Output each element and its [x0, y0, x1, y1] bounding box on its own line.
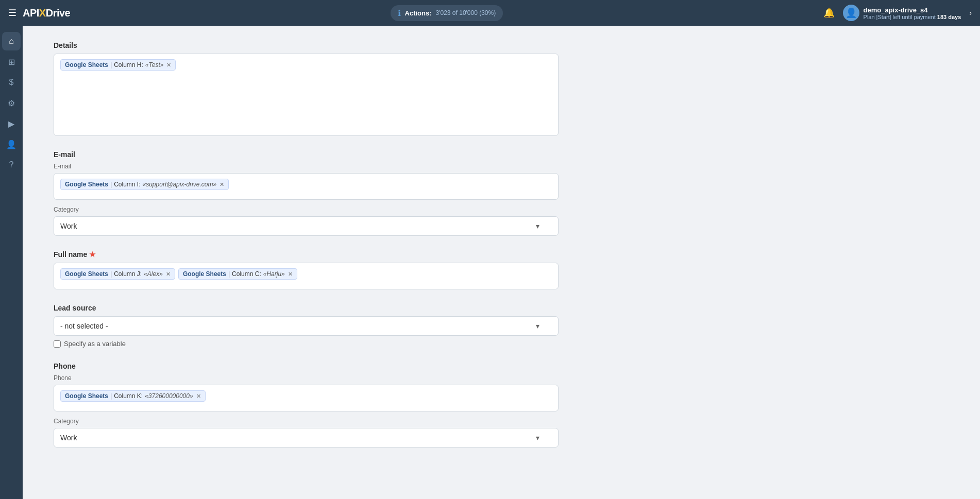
sidebar: ⌂ ⊞ $ ⚙ ▶ 👤 ?: [0, 26, 23, 499]
details-tag-input[interactable]: Google Sheets | Column H: «Test» ✕: [54, 54, 559, 136]
email-category-value: Work: [60, 222, 77, 230]
navbar-left: ☰ APIXDrive: [8, 7, 70, 19]
phone-tag-sep: |: [110, 392, 112, 400]
user-name: demo_apix-drive_s4: [864, 6, 961, 14]
lead-source-value: - not selected -: [60, 322, 108, 330]
details-label: Details: [54, 41, 559, 49]
fullname-tag1-source: Google Sheets: [65, 270, 108, 278]
avatar: 👤: [843, 5, 859, 21]
fullname-tag2-source: Google Sheets: [183, 270, 226, 278]
phone-tag-source: Google Sheets: [65, 392, 108, 400]
email-category-label: Category: [54, 206, 559, 213]
details-tag-column: |: [110, 61, 112, 68]
fullname-tag1-sep: |: [110, 270, 112, 278]
details-tag: Google Sheets | Column H: «Test» ✕: [60, 59, 176, 71]
specify-variable-checkbox[interactable]: [54, 340, 61, 348]
sidebar-item-settings[interactable]: ⚙: [2, 94, 21, 112]
phone-tag: Google Sheets | Column K: «372600000000»…: [60, 390, 206, 402]
actions-count: 3'023 of 10'000 (30%): [436, 9, 496, 16]
lead-source-label: Lead source: [54, 304, 559, 312]
fullname-tag2-close[interactable]: ✕: [288, 271, 293, 278]
fullname-tag1: Google Sheets | Column J: «Alex» ✕: [60, 268, 175, 280]
fullname-section: Full name ★ Google Sheets | Column J: «A…: [54, 250, 559, 289]
phone-sub-label: Phone: [54, 374, 559, 382]
sidebar-item-integrations[interactable]: ⊞: [2, 53, 21, 71]
email-tag-source: Google Sheets: [65, 181, 108, 188]
sidebar-item-home[interactable]: ⌂: [2, 32, 21, 50]
actions-badge: ℹ Actions: 3'023 of 10'000 (30%): [391, 5, 503, 21]
navbar: ☰ APIXDrive ℹ Actions: 3'023 of 10'000 (…: [0, 0, 980, 26]
fullname-tag2-value: «Harju»: [263, 270, 285, 278]
user-avatar-icon: 👤: [846, 7, 857, 19]
phone-section: Phone Phone Google Sheets | Column K: «3…: [54, 362, 559, 448]
email-category-chevron-icon: ▾: [536, 222, 539, 230]
lead-source-section: Lead source - not selected - ▾ Specify a…: [54, 304, 559, 348]
logo-text: APIXDrive: [23, 7, 70, 19]
navbar-right: 🔔 👤 demo_apix-drive_s4 Plan |Start| left…: [823, 5, 972, 21]
chevron-right-icon: ›: [969, 9, 972, 17]
email-section: E-mail E-mail Google Sheets | Column I: …: [54, 150, 559, 236]
details-tag-source: Google Sheets: [65, 61, 108, 68]
actions-label: Actions:: [405, 9, 432, 17]
fullname-tag1-value: «Alex»: [144, 270, 163, 278]
phone-label: Phone: [54, 362, 559, 370]
hamburger-icon[interactable]: ☰: [8, 7, 16, 19]
phone-tag-col: Column K:: [114, 392, 143, 400]
phone-category-value: Work: [60, 434, 77, 442]
fullname-label: Full name ★: [54, 250, 559, 259]
user-info: demo_apix-drive_s4 Plan |Start| left unt…: [864, 6, 961, 20]
fullname-tag2-sep: |: [228, 270, 230, 278]
email-sub-label: E-mail: [54, 163, 559, 170]
main-content: Details Google Sheets | Column H: «Test»…: [23, 26, 589, 499]
sidebar-item-billing[interactable]: $: [2, 73, 21, 92]
fullname-tag-input[interactable]: Google Sheets | Column J: «Alex» ✕ Googl…: [54, 263, 559, 289]
fullname-tag1-col: Column J:: [114, 270, 142, 278]
details-tag-close[interactable]: ✕: [166, 62, 171, 68]
lead-source-dropdown-wrap: - not selected - ▾: [54, 316, 559, 336]
lead-source-chevron-icon: ▾: [536, 322, 539, 330]
fullname-tag1-close[interactable]: ✕: [166, 271, 171, 278]
phone-category-dropdown-wrap: Work ▾: [54, 428, 559, 448]
bell-icon[interactable]: 🔔: [823, 7, 835, 19]
phone-category-chevron-icon: ▾: [536, 434, 539, 442]
details-tag-value: «Test»: [145, 61, 164, 68]
phone-tag-close[interactable]: ✕: [196, 393, 201, 400]
details-tag-col-text: Column H:: [114, 61, 143, 68]
specify-variable-row: Specify as a variable: [54, 340, 559, 348]
required-star: ★: [89, 250, 96, 259]
logo-x: X: [39, 7, 46, 19]
email-section-label: E-mail: [54, 150, 559, 159]
email-tag-col: Column I:: [114, 181, 140, 188]
phone-category-dropdown[interactable]: Work ▾: [54, 428, 559, 448]
fullname-tag2: Google Sheets | Column C: «Harju» ✕: [178, 268, 297, 280]
email-category-dropdown[interactable]: Work ▾: [54, 216, 559, 236]
phone-tag-input[interactable]: Google Sheets | Column K: «372600000000»…: [54, 385, 559, 411]
user-section[interactable]: 👤 demo_apix-drive_s4 Plan |Start| left u…: [843, 5, 961, 21]
info-icon: ℹ: [398, 8, 401, 18]
email-tag-sep: |: [110, 181, 112, 188]
logo: APIXDrive: [23, 7, 70, 19]
sidebar-item-help[interactable]: ?: [2, 156, 21, 174]
phone-tag-value: «372600000000»: [145, 392, 193, 400]
fullname-tag2-col: Column C:: [232, 270, 261, 278]
email-tag-value: «support@apix-drive.com»: [143, 181, 217, 188]
user-plan: Plan |Start| left until payment 183 days: [864, 14, 961, 20]
sidebar-item-video[interactable]: ▶: [2, 114, 21, 133]
phone-category-label: Category: [54, 418, 559, 425]
lead-source-dropdown[interactable]: - not selected - ▾: [54, 316, 559, 336]
email-category-dropdown-wrap: Work ▾: [54, 216, 559, 236]
details-section: Details Google Sheets | Column H: «Test»…: [54, 41, 559, 136]
email-tag-input[interactable]: Google Sheets | Column I: «support@apix-…: [54, 173, 559, 200]
email-tag: Google Sheets | Column I: «support@apix-…: [60, 179, 229, 190]
navbar-center: ℹ Actions: 3'023 of 10'000 (30%): [391, 5, 503, 21]
email-tag-close[interactable]: ✕: [219, 181, 224, 188]
specify-variable-label: Specify as a variable: [64, 340, 126, 348]
sidebar-item-profile[interactable]: 👤: [2, 135, 21, 153]
